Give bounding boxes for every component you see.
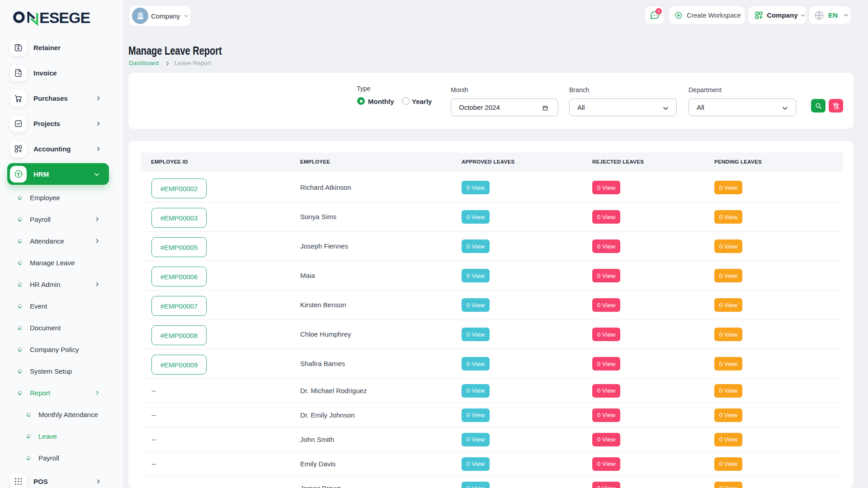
svg-text:ESEGE: ESEGE <box>39 9 90 26</box>
